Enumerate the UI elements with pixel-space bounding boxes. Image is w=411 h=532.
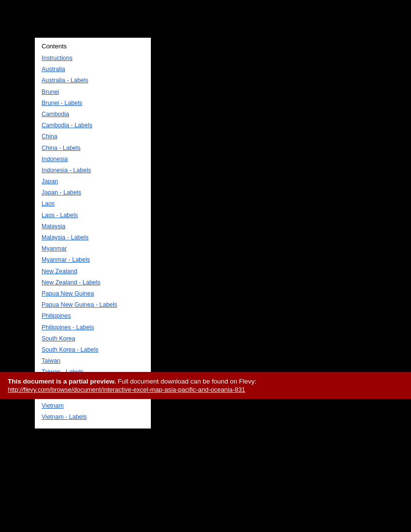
contents-link-taiwan[interactable]: Taiwan [42, 357, 60, 364]
contents-link-philippines-labels[interactable]: Philippines - Labels [42, 324, 94, 331]
preview-banner-text: This document is a partial preview. Full… [8, 378, 403, 385]
list-item: Papua New Guinea - Labels [42, 298, 144, 310]
contents-link-myanmar[interactable]: Myanmar [42, 245, 67, 252]
contents-link-new-zealand-labels[interactable]: New Zealand - Labels [42, 279, 101, 286]
contents-link-instructions[interactable]: Instructions [42, 55, 73, 61]
list-item: Brunei - Labels [42, 97, 144, 108]
contents-link-south-korea[interactable]: South Korea [42, 335, 75, 342]
contents-link-brunei-labels[interactable]: Brunei - Labels [42, 100, 82, 106]
contents-link-south-korea-labels[interactable]: South Korea - Labels [42, 346, 98, 353]
list-item: New Zealand [42, 265, 144, 276]
list-item: Cambodia [42, 108, 144, 119]
contents-link-malaysia[interactable]: Malaysia [42, 223, 65, 230]
contents-link-japan-labels[interactable]: Japan - Labels [42, 189, 81, 196]
contents-link-papua-new-guinea-labels[interactable]: Papua New Guinea - Labels [42, 301, 117, 308]
contents-link-myanmar-labels[interactable]: Myanmar - Labels [42, 256, 90, 263]
contents-panel: Contents InstructionsAustraliaAustralia … [35, 38, 151, 429]
list-item: Japan [42, 175, 144, 186]
contents-link-japan[interactable]: Japan [42, 178, 58, 185]
list-item: Brunei [42, 86, 144, 97]
contents-link-australia-labels[interactable]: Australia - Labels [42, 77, 88, 84]
list-item: Indonesia [42, 153, 144, 164]
list-item: Malaysia [42, 220, 144, 231]
list-item: Malaysia - Labels [42, 231, 144, 242]
preview-banner-normal: Full document download can be found on F… [116, 378, 256, 385]
list-item: China [42, 130, 144, 141]
preview-banner: This document is a partial preview. Full… [0, 372, 411, 399]
contents-link-indonesia[interactable]: Indonesia [42, 156, 68, 163]
preview-banner-link[interactable]: http://flevy.com/browse/document/interac… [8, 386, 403, 393]
contents-link-philippines[interactable]: Philippines [42, 312, 71, 319]
list-item: Taiwan [42, 355, 144, 366]
contents-link-china-labels[interactable]: China - Labels [42, 145, 81, 151]
contents-title: Contents [42, 43, 144, 50]
list-item: Papua New Guinea [42, 287, 144, 298]
list-item: Laos [42, 197, 144, 208]
list-item: Laos - Labels [42, 209, 144, 220]
contents-link-new-zealand[interactable]: New Zealand [42, 268, 77, 275]
list-item: Myanmar [42, 242, 144, 253]
list-item: Philippines [42, 310, 144, 321]
list-item: Australia - Labels [42, 74, 144, 85]
contents-list: InstructionsAustraliaAustralia - LabelsB… [42, 52, 144, 422]
list-item: China - Labels [42, 142, 144, 153]
contents-link-cambodia-labels[interactable]: Cambodia - Labels [42, 122, 92, 129]
list-item: Indonesia - Labels [42, 164, 144, 175]
list-item: Vietnam [42, 399, 144, 411]
list-item: Philippines - Labels [42, 321, 144, 332]
preview-banner-bold: This document is a partial preview. [8, 378, 116, 385]
contents-link-cambodia[interactable]: Cambodia [42, 111, 69, 118]
list-item: South Korea - Labels [42, 343, 144, 355]
contents-link-malaysia-labels[interactable]: Malaysia - Labels [42, 234, 88, 241]
contents-link-laos[interactable]: Laos [42, 200, 55, 207]
contents-link-indonesia-labels[interactable]: Indonesia - Labels [42, 167, 91, 174]
contents-link-australia[interactable]: Australia [42, 66, 65, 73]
contents-link-papua-new-guinea[interactable]: Papua New Guinea [42, 290, 94, 297]
list-item: Japan - Labels [42, 186, 144, 197]
list-item: Australia [42, 63, 144, 74]
contents-link-brunei[interactable]: Brunei [42, 89, 59, 95]
list-item: Instructions [42, 52, 144, 63]
contents-link-vietnam-labels[interactable]: Vietnam - Labels [42, 414, 87, 420]
list-item: South Korea [42, 332, 144, 343]
list-item: Vietnam - Labels [42, 411, 144, 422]
list-item: Cambodia - Labels [42, 119, 144, 130]
contents-link-laos-labels[interactable]: Laos - Labels [42, 212, 78, 219]
contents-link-vietnam[interactable]: Vietnam [42, 402, 64, 409]
contents-link-china[interactable]: China [42, 133, 58, 140]
list-item: New Zealand - Labels [42, 276, 144, 287]
list-item: Myanmar - Labels [42, 253, 144, 265]
